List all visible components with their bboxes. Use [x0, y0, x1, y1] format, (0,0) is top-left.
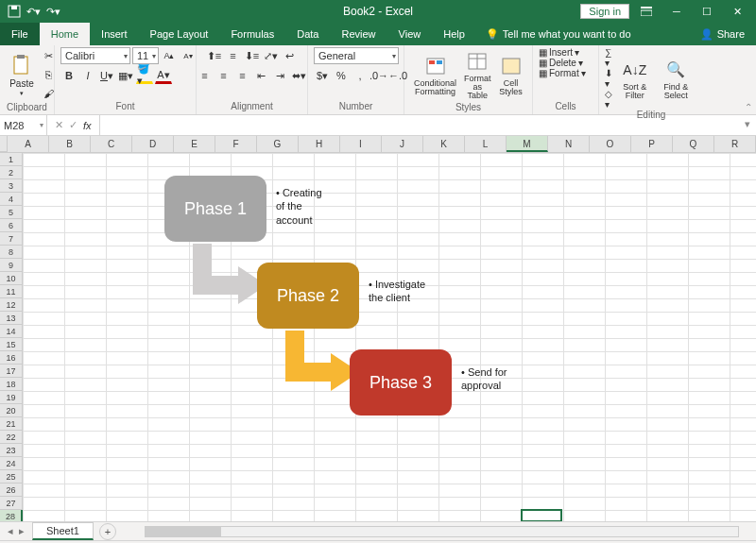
undo-icon[interactable]: ↶▾	[26, 6, 41, 18]
row-header[interactable]: 15	[0, 338, 23, 351]
row-header[interactable]: 10	[0, 272, 23, 285]
percent-icon[interactable]: %	[333, 67, 350, 84]
currency-icon[interactable]: $▾	[314, 67, 331, 84]
number-format-combo[interactable]: General	[314, 47, 399, 64]
row-header[interactable]: 17	[0, 365, 23, 378]
border-button[interactable]: ▦▾	[117, 67, 134, 84]
row-header[interactable]: 3	[0, 179, 23, 193]
row-header[interactable]: 22	[0, 431, 23, 444]
delete-cells-button[interactable]: ▦Delete ▾	[539, 58, 583, 68]
ribbon-options-icon[interactable]	[633, 0, 660, 23]
column-header[interactable]: J	[382, 136, 423, 152]
redo-icon[interactable]: ↷▾	[46, 6, 60, 18]
column-header[interactable]: Q	[673, 136, 714, 152]
row-header[interactable]: 21	[0, 417, 23, 431]
sign-in-button[interactable]: Sign in	[580, 4, 629, 19]
column-header[interactable]: P	[631, 136, 673, 152]
row-header[interactable]: 23	[0, 444, 23, 457]
column-header[interactable]: B	[49, 136, 91, 152]
column-header[interactable]: L	[465, 136, 507, 152]
phase1-box[interactable]: Phase 1	[164, 176, 266, 242]
increase-font-icon[interactable]: A▴	[161, 47, 178, 64]
cell-styles-button[interactable]: Cell Styles	[495, 52, 527, 98]
tab-insert[interactable]: Insert	[90, 23, 139, 45]
column-header[interactable]: N	[548, 136, 590, 152]
column-header[interactable]: C	[91, 136, 132, 152]
row-header[interactable]: 9	[0, 259, 23, 272]
increase-decimal-icon[interactable]: .0→	[370, 67, 387, 84]
fill-color-button[interactable]: 🪣▾	[136, 67, 153, 84]
expand-formula-bar-icon[interactable]: ▾	[739, 115, 756, 135]
row-header[interactable]: 11	[0, 285, 23, 298]
column-header[interactable]: O	[590, 136, 631, 152]
row-header[interactable]: 24	[0, 457, 23, 470]
tell-me-search[interactable]: 💡Tell me what you want to do	[476, 23, 641, 45]
align-center-icon[interactable]: ≡	[215, 67, 232, 84]
align-left-icon[interactable]: ≡	[197, 67, 214, 84]
column-header[interactable]: M	[507, 136, 548, 152]
row-header[interactable]: 6	[0, 219, 23, 232]
align-top-icon[interactable]: ⬆≡	[206, 47, 223, 64]
column-header[interactable]: I	[340, 136, 382, 152]
phase2-box[interactable]: Phase 2	[257, 263, 359, 329]
font-size-combo[interactable]: 11	[132, 47, 159, 64]
column-header[interactable]: G	[257, 136, 299, 152]
phase3-box[interactable]: Phase 3	[350, 349, 452, 416]
row-header[interactable]: 27	[0, 497, 23, 510]
tab-formulas[interactable]: Formulas	[219, 23, 285, 45]
increase-indent-icon[interactable]: ⇥	[272, 67, 289, 84]
decrease-indent-icon[interactable]: ⇤	[253, 67, 270, 84]
selected-cell[interactable]	[521, 509, 562, 521]
column-header[interactable]: E	[174, 136, 215, 152]
sheet-tab-active[interactable]: Sheet1	[32, 522, 94, 540]
tab-view[interactable]: View	[387, 23, 433, 45]
name-box[interactable]: M28	[0, 115, 47, 135]
row-header[interactable]: 26	[0, 484, 23, 497]
comma-icon[interactable]: ,	[352, 67, 369, 84]
row-header[interactable]: 2	[0, 166, 23, 179]
underline-button[interactable]: U▾	[98, 67, 115, 84]
row-header[interactable]: 19	[0, 391, 23, 404]
row-header[interactable]: 13	[0, 312, 23, 325]
row-header[interactable]: 1	[0, 153, 23, 166]
bold-button[interactable]: B	[60, 67, 77, 84]
select-all-corner[interactable]	[0, 136, 8, 152]
fill-button[interactable]: ⬇ ▾	[605, 68, 615, 89]
sort-filter-button[interactable]: A↓Z Sort & Filter	[615, 56, 654, 102]
row-header[interactable]: 25	[0, 470, 23, 484]
column-header[interactable]: F	[215, 136, 257, 152]
align-bottom-icon[interactable]: ⬇≡	[244, 47, 261, 64]
column-header[interactable]: K	[423, 136, 465, 152]
column-header[interactable]: D	[132, 136, 174, 152]
tab-help[interactable]: Help	[432, 23, 476, 45]
font-name-combo[interactable]: Calibri	[60, 47, 130, 64]
save-icon[interactable]	[8, 5, 21, 18]
row-header[interactable]: 18	[0, 378, 23, 391]
close-icon[interactable]: ✕	[724, 0, 750, 23]
collapse-ribbon-icon[interactable]: ⌃	[745, 102, 752, 112]
cancel-formula-icon[interactable]: ✕	[55, 119, 63, 131]
orientation-icon[interactable]: ⤢▾	[263, 47, 280, 64]
find-select-button[interactable]: 🔍 Find & Select	[654, 56, 697, 102]
row-header[interactable]: 7	[0, 232, 23, 246]
decrease-font-icon[interactable]: A▾	[180, 47, 197, 64]
tab-file[interactable]: File	[0, 23, 40, 45]
tab-page-layout[interactable]: Page Layout	[139, 23, 220, 45]
enter-formula-icon[interactable]: ✓	[69, 119, 77, 131]
column-header[interactable]: A	[8, 136, 49, 152]
format-cells-button[interactable]: ▦Format ▾	[539, 68, 586, 78]
maximize-icon[interactable]: ☐	[694, 0, 720, 23]
font-color-button[interactable]: A▾	[155, 67, 172, 84]
row-header[interactable]: 5	[0, 206, 23, 219]
row-header[interactable]: 12	[0, 298, 23, 312]
paste-button[interactable]: Paste ▾	[6, 51, 38, 99]
row-header[interactable]: 8	[0, 246, 23, 259]
row-header[interactable]: 14	[0, 325, 23, 338]
column-header[interactable]: R	[714, 136, 756, 152]
conditional-formatting-button[interactable]: Conditional Formatting	[410, 52, 460, 98]
insert-cells-button[interactable]: ▦Insert ▾	[539, 47, 579, 58]
clear-button[interactable]: ◇ ▾	[605, 89, 615, 110]
autosum-button[interactable]: ∑ ▾	[605, 47, 615, 68]
insert-function-icon[interactable]: fx	[83, 120, 92, 131]
row-header[interactable]: 28	[0, 510, 23, 521]
